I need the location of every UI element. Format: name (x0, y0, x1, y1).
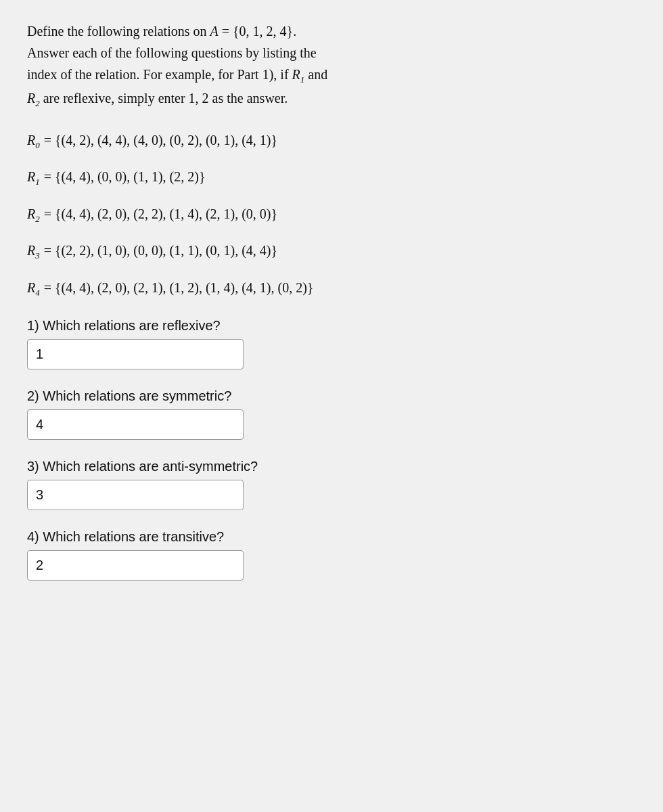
question-1-label: 1) Which relations are reflexive? (27, 318, 636, 334)
relation-r2: R2 = {(4, 4), (2, 0), (2, 2), (1, 4), (2… (27, 204, 636, 226)
question-3-label: 3) Which relations are anti-symmetric? (27, 459, 636, 474)
question-2-label: 2) Which relations are symmetric? (27, 388, 636, 404)
relations-list: R0 = {(4, 2), (4, 4), (4, 0), (0, 2), (0… (27, 130, 636, 300)
question-4-block: 4) Which relations are transitive? (27, 529, 636, 581)
intro-text: Define the following relations on A = {0… (27, 20, 636, 111)
question-4-label: 4) Which relations are transitive? (27, 529, 636, 545)
question-3-block: 3) Which relations are anti-symmetric? (27, 459, 636, 510)
relation-r1: R1 = {(4, 4), (0, 0), (1, 1), (2, 2)} (27, 166, 636, 189)
answer-2-input[interactable] (27, 409, 244, 440)
relation-r0: R0 = {(4, 2), (4, 4), (4, 0), (0, 2), (0… (27, 130, 636, 152)
answer-4-input[interactable] (27, 550, 244, 581)
question-1-block: 1) Which relations are reflexive? (27, 318, 636, 369)
intro-paragraph: Define the following relations on A = {0… (27, 20, 636, 111)
question-2-block: 2) Which relations are symmetric? (27, 388, 636, 440)
answer-1-input[interactable] (27, 339, 244, 369)
relation-r3: R3 = {(2, 2), (1, 0), (0, 0), (1, 1), (0… (27, 240, 636, 263)
relation-r4: R4 = {(4, 4), (2, 0), (2, 1), (1, 2), (1… (27, 277, 636, 300)
answer-3-input[interactable] (27, 480, 244, 510)
